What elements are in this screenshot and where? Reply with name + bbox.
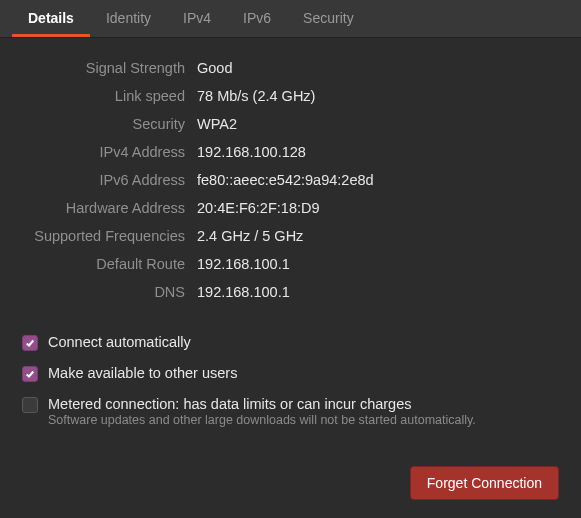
forget-connection-button[interactable]: Forget Connection	[410, 466, 559, 500]
row-link-speed: Link speed 78 Mb/s (2.4 GHz)	[22, 88, 559, 104]
label-metered-connection: Metered connection: has data limits or c…	[48, 396, 476, 412]
tab-bar: Details Identity IPv4 IPv6 Security	[0, 0, 581, 38]
label-available-to-others: Make available to other users	[48, 365, 237, 381]
option-metered-connection[interactable]: Metered connection: has data limits or c…	[22, 396, 559, 427]
row-hardware-address: Hardware Address 20:4E:F6:2F:18:D9	[22, 200, 559, 216]
sublabel-metered-connection: Software updates and other large downloa…	[48, 413, 476, 427]
options-list: Connect automatically Make available to …	[22, 334, 559, 441]
checkbox-available-to-others[interactable]	[22, 366, 38, 382]
option-connect-automatically[interactable]: Connect automatically	[22, 334, 559, 351]
label-connect-automatically: Connect automatically	[48, 334, 191, 350]
label-default-route: Default Route	[22, 256, 197, 272]
value-security: WPA2	[197, 116, 237, 132]
label-security: Security	[22, 116, 197, 132]
row-supported-frequencies: Supported Frequencies 2.4 GHz / 5 GHz	[22, 228, 559, 244]
value-supported-frequencies: 2.4 GHz / 5 GHz	[197, 228, 303, 244]
check-icon	[25, 338, 35, 348]
checkbox-connect-automatically[interactable]	[22, 335, 38, 351]
checkbox-metered-connection[interactable]	[22, 397, 38, 413]
value-link-speed: 78 Mb/s (2.4 GHz)	[197, 88, 315, 104]
tab-security[interactable]: Security	[287, 0, 370, 37]
value-ipv6-address: fe80::aeec:e542:9a94:2e8d	[197, 172, 374, 188]
value-signal-strength: Good	[197, 60, 232, 76]
tab-identity[interactable]: Identity	[90, 0, 167, 37]
row-dns: DNS 192.168.100.1	[22, 284, 559, 300]
value-hardware-address: 20:4E:F6:2F:18:D9	[197, 200, 320, 216]
value-default-route: 192.168.100.1	[197, 256, 290, 272]
details-panel: Signal Strength Good Link speed 78 Mb/s …	[0, 38, 581, 518]
tab-ipv6[interactable]: IPv6	[227, 0, 287, 37]
label-supported-frequencies: Supported Frequencies	[22, 228, 197, 244]
label-dns: DNS	[22, 284, 197, 300]
row-ipv4-address: IPv4 Address 192.168.100.128	[22, 144, 559, 160]
row-ipv6-address: IPv6 Address fe80::aeec:e542:9a94:2e8d	[22, 172, 559, 188]
label-ipv4-address: IPv4 Address	[22, 144, 197, 160]
details-list: Signal Strength Good Link speed 78 Mb/s …	[22, 60, 559, 312]
label-ipv6-address: IPv6 Address	[22, 172, 197, 188]
tab-ipv4[interactable]: IPv4	[167, 0, 227, 37]
value-dns: 192.168.100.1	[197, 284, 290, 300]
label-link-speed: Link speed	[22, 88, 197, 104]
footer: Forget Connection	[22, 466, 559, 500]
label-hardware-address: Hardware Address	[22, 200, 197, 216]
row-security: Security WPA2	[22, 116, 559, 132]
value-ipv4-address: 192.168.100.128	[197, 144, 306, 160]
label-signal-strength: Signal Strength	[22, 60, 197, 76]
row-default-route: Default Route 192.168.100.1	[22, 256, 559, 272]
option-available-to-others[interactable]: Make available to other users	[22, 365, 559, 382]
tab-details[interactable]: Details	[12, 0, 90, 37]
check-icon	[25, 369, 35, 379]
row-signal-strength: Signal Strength Good	[22, 60, 559, 76]
